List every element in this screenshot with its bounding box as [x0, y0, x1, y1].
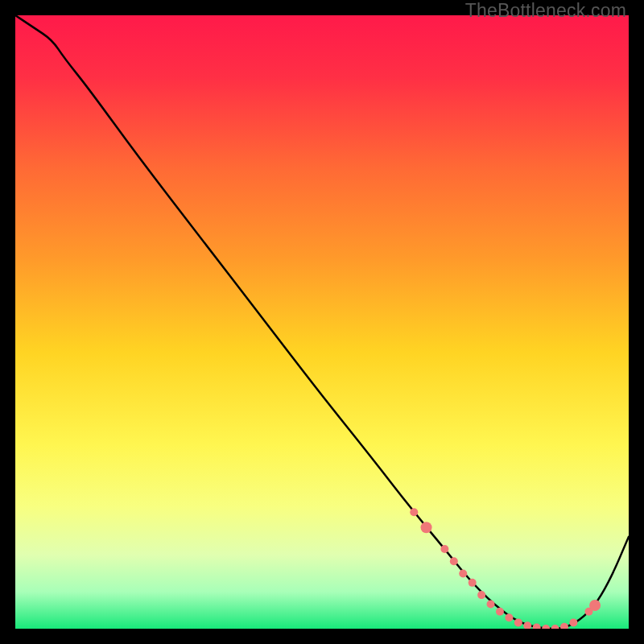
chart-background	[15, 15, 629, 629]
curve-marker	[450, 557, 458, 565]
chart-frame	[15, 15, 629, 629]
curve-marker	[514, 618, 522, 626]
watermark-text: TheBottleneck.com	[465, 0, 626, 22]
curve-marker	[459, 569, 467, 577]
curve-marker	[569, 618, 577, 626]
curve-marker	[477, 591, 485, 599]
curve-marker	[505, 613, 513, 621]
curve-marker	[496, 608, 504, 616]
curve-marker	[410, 508, 418, 516]
curve-marker	[421, 522, 432, 533]
curve-marker	[487, 601, 495, 609]
curve-marker	[589, 600, 601, 611]
curve-marker	[469, 579, 477, 587]
chart-canvas	[15, 15, 629, 629]
curve-marker	[440, 545, 448, 553]
